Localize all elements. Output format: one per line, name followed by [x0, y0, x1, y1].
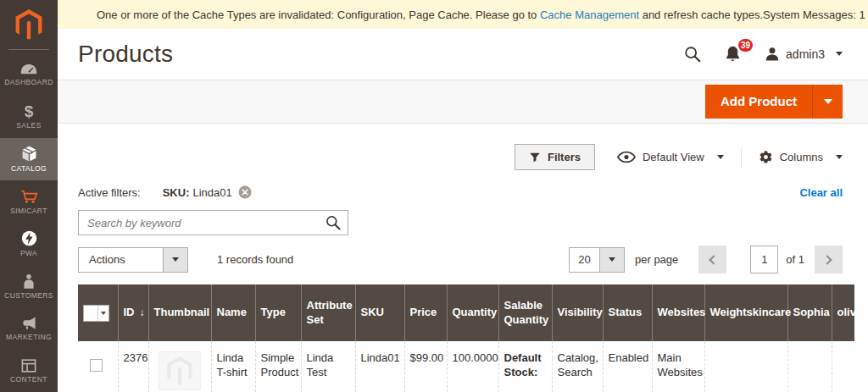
sidebar-item-sales[interactable]: $ SALES: [0, 96, 58, 138]
add-product-label[interactable]: Add Product: [705, 85, 812, 119]
sidebar-item-simicart[interactable]: SIMICART: [0, 180, 58, 223]
cell-visibility[interactable]: Catalog, Search: [552, 341, 603, 392]
column-label: Attribute Set: [307, 299, 353, 325]
row-checkbox[interactable]: [90, 359, 103, 372]
per-page-select[interactable]: 20: [569, 247, 625, 273]
product-thumbnail: [159, 351, 201, 390]
cell-value: 2376: [124, 351, 148, 364]
columns-label: Columns: [780, 151, 823, 163]
cell-value: Simple Product: [261, 351, 299, 378]
sidebar-item-catalog[interactable]: CATALOG: [0, 138, 58, 180]
cell-select[interactable]: [78, 341, 118, 392]
column-header-sophia[interactable]: Sophia: [787, 284, 832, 341]
global-search-button[interactable]: [683, 45, 702, 63]
main-area: One or more of the Cache Types are inval…: [58, 0, 868, 392]
remove-filter-button[interactable]: [238, 185, 252, 199]
close-icon: [238, 185, 252, 199]
cell-olive[interactable]: [832, 341, 854, 392]
caret-down-icon: [836, 155, 843, 159]
cell-salable_quantity[interactable]: Default Stock:: [498, 341, 552, 392]
sidebar-item-marketing[interactable]: MARKETING: [0, 307, 58, 350]
chevron-left-icon: [709, 255, 719, 264]
column-header-quantity[interactable]: Quantity: [447, 284, 498, 341]
cell-value: Default Stock:: [504, 351, 542, 378]
system-messages-toggle[interactable]: System Messages: 1: [763, 8, 868, 21]
clear-all-link[interactable]: Clear all: [799, 186, 843, 199]
filter-chip-value: Linda01: [192, 186, 231, 199]
previous-page-button[interactable]: [698, 246, 726, 273]
next-page-button[interactable]: [815, 246, 843, 273]
cell-sophia[interactable]: [787, 341, 832, 392]
sidebar-item-customers[interactable]: CUSTOMERS: [0, 265, 58, 307]
filters-label: Filters: [548, 151, 581, 163]
sidebar-item-content[interactable]: CONTENT: [0, 350, 58, 392]
per-page-label: per page: [635, 253, 678, 266]
actions-label: Actions: [79, 248, 163, 272]
actions-select[interactable]: Actions: [78, 247, 188, 273]
column-header-attribute_set[interactable]: Attribute Set: [301, 284, 355, 341]
cell-price[interactable]: $99.00: [404, 341, 447, 392]
cell-weightskincare[interactable]: [704, 341, 787, 392]
cell-name[interactable]: Linda T-shirt: [211, 341, 255, 392]
sales-icon: $: [25, 104, 34, 119]
keyword-search-button[interactable]: [325, 214, 342, 235]
add-product-split-toggle[interactable]: [812, 85, 843, 119]
view-switcher[interactable]: Default View: [617, 151, 724, 163]
column-label: Type: [261, 306, 286, 318]
filters-button[interactable]: Filters: [515, 144, 595, 170]
column-header-olive[interactable]: olive: [832, 284, 854, 341]
caret-down-icon: [172, 257, 179, 262]
column-header-salable_quantity[interactable]: Salable Quantity: [498, 284, 552, 341]
add-product-button[interactable]: Add Product: [705, 85, 843, 119]
column-header-id[interactable]: ID↓: [118, 284, 148, 341]
cell-id[interactable]: 2376: [118, 341, 148, 392]
column-header-weightskincare[interactable]: Weightskincare: [704, 284, 787, 341]
message-suffix: and refresh cache types.: [639, 8, 763, 21]
column-header-name[interactable]: Name: [211, 284, 255, 341]
system-message-bar: One or more of the Cache Types are inval…: [58, 0, 868, 29]
active-filters-row: Active filters: SKU: Linda01 Clear all: [78, 185, 843, 199]
grid-content: Filters Default View Columns: [58, 124, 868, 392]
products-table: ID↓ThumbnailNameTypeAttribute SetSKUPric…: [78, 284, 854, 392]
column-header-visibility[interactable]: Visibility: [552, 284, 603, 341]
table-row[interactable]: 2376Linda T-shirtSimple ProductLinda Tes…: [78, 341, 854, 392]
notifications-button[interactable]: 39: [724, 45, 742, 63]
select-all-caret[interactable]: [97, 306, 108, 321]
sidebar-item-pwa[interactable]: PWA: [0, 223, 58, 265]
column-header-price[interactable]: Price: [404, 284, 447, 341]
cell-type[interactable]: Simple Product: [255, 341, 301, 392]
select-all-checkbox[interactable]: [84, 306, 97, 321]
column-header-type[interactable]: Type: [255, 284, 301, 341]
column-header-thumbnail[interactable]: Thumbnail: [148, 284, 211, 341]
admin-user-menu[interactable]: admin3: [764, 46, 843, 63]
sidebar-item-label: CATALOG: [11, 164, 47, 173]
select-all-control[interactable]: [83, 305, 109, 322]
records-found-label: 1 records found: [217, 253, 293, 266]
cell-websites[interactable]: Main Websites: [652, 341, 704, 392]
column-header-select-all[interactable]: [78, 284, 118, 341]
total-pages-label: of 1: [786, 253, 804, 266]
column-header-status[interactable]: Status: [603, 284, 652, 341]
customers-icon: [22, 273, 36, 289]
sidebar-item-label: CONTENT: [10, 375, 47, 384]
sidebar-item-dashboard[interactable]: DASHBOARD: [0, 53, 58, 96]
cell-value: Main Websites: [658, 351, 703, 378]
column-label: SKU: [361, 306, 384, 318]
current-page-input[interactable]: [750, 246, 778, 273]
search-input[interactable]: [78, 210, 348, 235]
cell-thumbnail[interactable]: [148, 341, 211, 392]
cell-attribute_set[interactable]: Linda Test: [301, 341, 355, 392]
cell-sku[interactable]: Linda01: [355, 341, 404, 392]
per-page-select-caret[interactable]: [599, 248, 624, 272]
columns-control[interactable]: Columns: [759, 150, 843, 164]
sidebar-item-label: PWA: [20, 249, 37, 257]
cell-quantity[interactable]: 100.0000: [447, 341, 498, 392]
catalog-icon: [21, 146, 37, 162]
magento-logo[interactable]: [0, 0, 58, 49]
column-header-websites[interactable]: Websites: [652, 284, 704, 341]
cache-management-link[interactable]: Cache Management: [540, 8, 639, 21]
search-icon: [683, 45, 702, 63]
actions-select-caret[interactable]: [163, 248, 187, 272]
cell-status[interactable]: Enabled: [603, 341, 652, 392]
column-header-sku[interactable]: SKU: [355, 284, 404, 341]
